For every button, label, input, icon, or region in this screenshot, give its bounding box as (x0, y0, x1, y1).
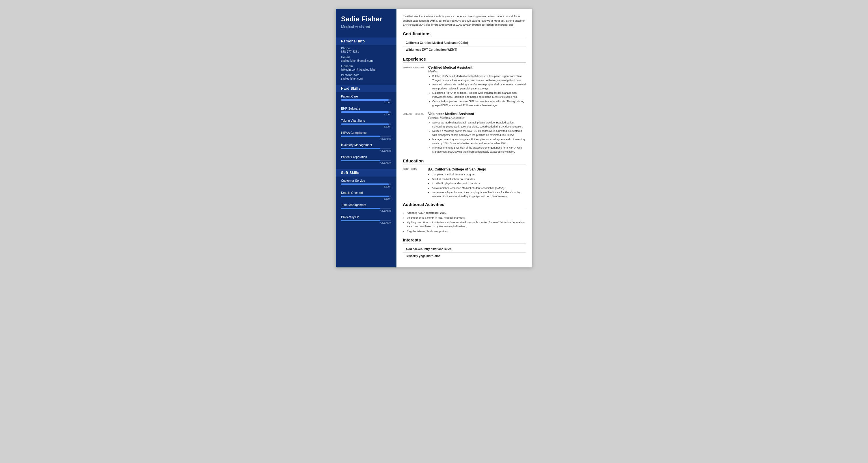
skill-bar-bg (341, 196, 391, 197)
soft-skills-section: Soft Skills (336, 169, 397, 176)
exp-bullet: Conducted proper and concise EHR documen… (432, 100, 526, 107)
skill-name: Patient Preparation (341, 155, 391, 159)
skill-bar-bg (341, 148, 391, 149)
site-value: sadieqfisher.com (341, 77, 391, 80)
edu-bullet: Wrote a monthly column on the changing f… (432, 191, 526, 198)
exp-bullets: Fulfilled all Certified Medical Assistan… (428, 74, 526, 107)
edu-degree: BA, California College of San Diego (428, 167, 526, 171)
skill-name: Physically Fit (341, 215, 391, 219)
email-value: sadieqfisher@gmail.com (341, 59, 391, 62)
exp-company: Fazekas Medical Associates (428, 116, 526, 120)
skill-level: Advanced (341, 162, 391, 164)
exp-bullet: Fulfilled all Certified Medical Assistan… (432, 74, 526, 82)
sidebar-header: Sadie Fisher Medical Assistant (336, 9, 397, 33)
phone-value: 858-777-5351 (341, 50, 391, 53)
activities-list: Attended AMSA conference, 2015.Volunteer… (403, 211, 526, 233)
exp-bullet: Managed inventory and supplies. Put supp… (432, 138, 526, 145)
skill-bar-fill (341, 99, 389, 101)
edu-bullet: Completed medical assistant program. (432, 173, 526, 177)
resume-wrapper: Sadie Fisher Medical Assistant Personal … (336, 9, 532, 267)
skill-bar-bg (341, 124, 391, 125)
exp-bullets: Served as medical assistant in a small p… (428, 121, 526, 154)
skill-bar-fill (341, 208, 380, 209)
activity-item: My blog post, How to Put Patients at Eas… (407, 221, 526, 229)
skill-bar-bg (341, 208, 391, 209)
summary-text: Certified Medical Assistant with 2+ year… (403, 14, 526, 27)
exp-bullet: Assisted patients with walking, transfer… (432, 83, 526, 91)
exp-dates: 2016-06 - 2017-07 (403, 65, 424, 108)
hard-skill-item: Patient Preparation Advanced (336, 153, 397, 165)
email-label: E-mail (341, 56, 391, 59)
exp-bullet: Served as medical assistant in a small p… (432, 121, 526, 129)
cert-divider (403, 46, 526, 46)
soft-skill-item: Time Management Advanced (336, 201, 397, 213)
skill-bar-bg (341, 220, 391, 221)
sidebar: Sadie Fisher Medical Assistant Personal … (336, 9, 397, 267)
hard-skill-item: HIPAA Compliance Advanced (336, 129, 397, 141)
site-item: Personal Site sadieqfisher.com (336, 72, 397, 81)
skill-bar-fill (341, 124, 389, 125)
candidate-title: Medical Assistant (341, 25, 391, 29)
skill-name: Customer Service (341, 179, 391, 182)
cert-name: Wilderness EMT Certification (WEMT) (406, 48, 457, 51)
skill-name: Time Management (341, 203, 391, 206)
skill-level: Advanced (341, 222, 391, 225)
experience-list: 2016-06 - 2017-07 Certified Medical Assi… (403, 65, 526, 154)
interests-title: Interests (403, 237, 526, 243)
skill-bar-bg (341, 184, 391, 185)
interest-row: Biweekly yoga instructor. (403, 253, 526, 259)
experience-block: 2014-06 - 2015-05 Volunteer Medical Assi… (403, 112, 526, 154)
skill-bar-bg (341, 136, 391, 137)
cert-row: Wilderness EMT Certification (WEMT) (403, 47, 526, 53)
cert-name: California Certified Medical Assistant (… (406, 41, 468, 44)
skill-name: HIPAA Compliance (341, 131, 391, 134)
skill-bar-fill (341, 196, 389, 197)
skill-bar-bg (341, 160, 391, 161)
skill-bar-bg (341, 99, 391, 101)
linkedin-value: linkedin.com/in/sadieqfisher (341, 68, 391, 71)
education-block: 2012 - 2015 BA, California College of Sa… (403, 167, 526, 199)
skill-level: Advanced (341, 150, 391, 152)
skill-bar-fill (341, 184, 389, 185)
edu-content: BA, California College of San Diego Comp… (428, 167, 526, 199)
soft-skill-item: Physically Fit Advanced (336, 213, 397, 225)
exp-content: Certified Medical Assistant Medfast Fulf… (428, 65, 526, 108)
hard-skills-list: Patient Care Expert EHR Software Expert … (336, 92, 397, 165)
certifications-title: Certifications (403, 31, 526, 37)
skill-level: Advanced (341, 209, 391, 212)
hard-skill-item: Patient Care Expert (336, 92, 397, 104)
skill-bar-fill (341, 160, 380, 161)
skill-name: Inventory Management (341, 143, 391, 146)
candidate-name: Sadie Fisher (341, 15, 391, 23)
main-content: Certified Medical Assistant with 2+ year… (397, 9, 532, 267)
soft-skill-item: Customer Service Expert (336, 176, 397, 189)
hard-skill-item: EHR Software Expert (336, 104, 397, 117)
experience-block: 2016-06 - 2017-07 Certified Medical Assi… (403, 65, 526, 108)
linkedin-label: LinkedIn (341, 65, 391, 68)
activities-title: Additional Activities (403, 202, 526, 208)
activity-item: Volunteer once a month in local hospital… (407, 216, 526, 220)
hard-skill-item: Inventory Management Advanced (336, 141, 397, 153)
certifications-list: California Certified Medical Assistant (… (403, 40, 526, 53)
linkedin-item: LinkedIn linkedin.com/in/sadieqfisher (336, 63, 397, 72)
skill-bar-fill (341, 148, 380, 149)
edu-bullet: Filled all medical school prerequisites. (432, 177, 526, 181)
site-label: Personal Site (341, 73, 391, 77)
exp-content: Volunteer Medical Assistant Fazekas Medi… (428, 112, 526, 154)
exp-company: Medfast (428, 70, 526, 73)
interest-name: Avid backcountry hiker and skier. (406, 247, 452, 251)
skill-name: Details Oriented (341, 191, 391, 194)
skill-level: Expert (341, 101, 391, 104)
skill-level: Expert (341, 113, 391, 116)
skill-bar-fill (341, 220, 380, 221)
interests-list: Avid backcountry hiker and skier.Biweekl… (403, 246, 526, 259)
edu-bullet: Excelled in physics and organic chemistr… (432, 182, 526, 186)
skill-level: Expert (341, 185, 391, 188)
skill-level: Advanced (341, 137, 391, 140)
exp-job-title: Certified Medical Assistant (428, 65, 526, 69)
education-list: 2012 - 2015 BA, California College of Sa… (403, 167, 526, 199)
phone-item: Phone 858-777-5351 (336, 45, 397, 54)
skill-level: Expert (341, 125, 391, 128)
education-title: Education (403, 158, 526, 164)
edu-bullets: Completed medical assistant program.Fill… (428, 173, 526, 198)
